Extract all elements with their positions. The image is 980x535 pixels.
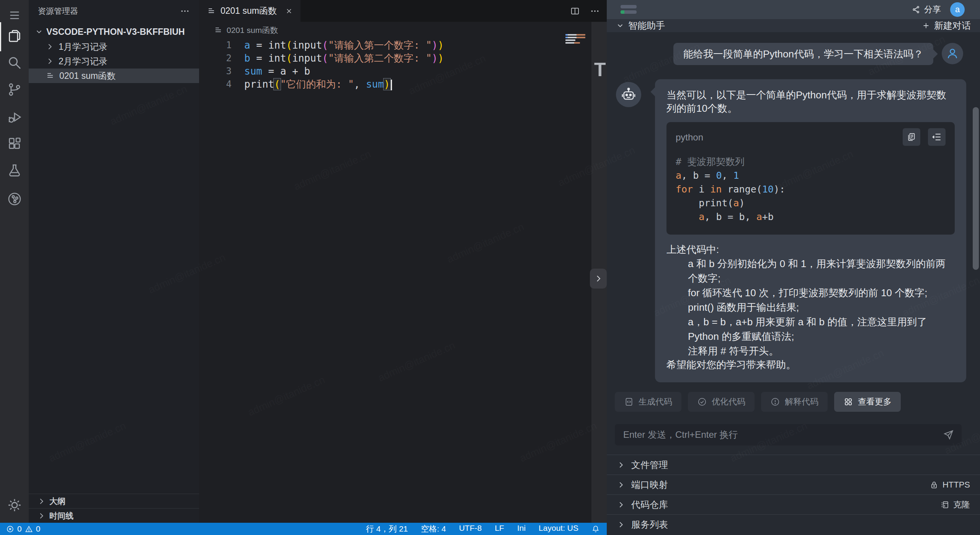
tab-0201-sum[interactable]: 0201 sum函数 [199,0,301,22]
tree-root-folder[interactable]: VSCODE-PYTHON-V3-BKFFBIUH [29,24,199,39]
section-action[interactable]: HTTPS [929,480,970,490]
file-list-icon [46,71,55,80]
plus-icon [922,21,930,30]
testing-icon[interactable] [0,160,29,181]
section-row[interactable]: 文件管理 [607,455,980,475]
close-icon[interactable] [285,7,293,15]
share-icon [912,5,920,14]
clone-icon [940,500,949,509]
assistant-message: 当然可以，以下是一个简单的Python代码，用于求解斐波那契数列的前10个数。 … [655,79,966,382]
quick-action-label: 解释代码 [785,396,818,408]
explorer-icon[interactable] [0,25,29,47]
sidebar-bottom-sections: 大纲时间线 [29,494,199,523]
section-row[interactable]: 服务列表 [607,514,980,534]
breadcrumb[interactable]: 0201 sum函数 [214,22,278,39]
robot-avatar [616,82,641,107]
check-circle-icon [697,397,707,407]
explain-item: a 和 b 分别初始化为 0 和 1，用来计算斐波那契数列的前两个数字; [666,256,955,285]
settings-gear-icon[interactable] [0,494,29,516]
app-root: admin@itanide.cnadmin@itanide.cnadmin@it… [0,0,980,535]
source-control-icon[interactable] [0,79,29,100]
assistant-outro: 希望能对您的学习带来帮助。 [666,358,955,372]
menu-icon[interactable] [0,5,29,26]
quick-action-button[interactable]: 生成代码 [615,392,681,412]
explain-item: 注释用 # 符号开头。 [666,344,955,358]
assistant-collapse[interactable]: 智能助手 [616,20,665,32]
search-icon[interactable] [0,52,29,73]
chevron-right-icon [617,461,625,469]
chat-input-bar [615,424,962,445]
file-tree: 1月学习记录2月学习记录0201 sum函数 [29,39,199,83]
avatar[interactable]: a [950,2,965,17]
chat-code-line: print(a) [676,196,946,210]
run-debug-icon[interactable] [0,106,29,128]
chat-code-line: a, b = 0, 1 [676,169,946,183]
quick-action-button[interactable]: 查看更多 [834,392,901,412]
code-line: 1a = int(input("请输入第一个数字: ")) [199,39,591,52]
lock-icon [929,480,939,489]
extensions-icon[interactable] [0,133,29,155]
send-button[interactable] [943,429,954,440]
panel-scrollbar[interactable] [973,107,979,270]
expand-panel-button[interactable] [590,269,607,289]
copy-icon [906,132,916,142]
remote-branch-icon[interactable] [0,188,29,210]
tree-item-label: 2月学习记录 [59,55,108,67]
chat-input[interactable] [622,429,943,440]
copy-code-button[interactable] [903,128,920,146]
text-cursor [391,80,392,90]
split-editor-icon[interactable] [570,6,580,16]
insert-code-button[interactable] [928,128,946,146]
chevron-right-icon [37,512,46,520]
code-line: 2b = int(input("请输入第二个数字: ")) [199,52,591,65]
panel-top-bar: 分享 a [607,0,980,19]
code-icon [624,397,634,407]
explorer-title: 资源管理器 [38,6,78,16]
problems-indicator[interactable]: 0 0 [0,524,40,533]
code-line: 4print("它们的和为: ", sum) [199,78,591,91]
sidebar-section-label: 时间线 [49,511,74,521]
explorer-more-icon[interactable] [180,6,190,16]
status-item[interactable]: Layout: US [539,524,578,534]
section-row[interactable]: 端口映射HTTPS [607,475,980,494]
paper-plane-icon [943,429,954,440]
editor-more-icon[interactable] [590,6,600,16]
code-text: print("它们的和为: ", sum) [244,78,392,91]
tree-item[interactable]: 2月学习记录 [29,54,199,69]
status-item[interactable]: Ini [517,524,526,534]
sidebar-section[interactable]: 时间线 [29,508,199,523]
line-number: 2 [199,52,244,65]
status-item[interactable]: 行 4，列 21 [366,524,408,534]
status-item[interactable]: UTF-8 [459,524,482,534]
insert-icon [932,132,942,142]
bell-icon[interactable] [591,525,600,533]
chat-code-line: # 斐波那契数列 [676,155,946,169]
tree-item[interactable]: 0201 sum函数 [29,69,199,83]
new-chat-button[interactable]: 新建对话 [922,20,971,32]
section-action[interactable]: 克隆 [940,499,970,511]
quick-action-label: 查看更多 [858,396,892,408]
scroll-handle: T [594,59,606,81]
share-button[interactable]: 分享 [912,0,941,19]
tree-item[interactable]: 1月学习记录 [29,39,199,54]
error-icon [6,525,14,533]
code-editor[interactable]: 1a = int(input("请输入第一个数字: "))2b = int(in… [199,39,591,91]
quick-action-button[interactable]: 解释代码 [761,392,828,412]
section-action-label: HTTPS [942,480,970,490]
editor-group: 0201 sum函数 0201 sum函数 1a = int(input("请输… [199,0,607,523]
tree-item-label: 0201 sum函数 [59,70,116,82]
quick-action-button[interactable]: 优化代码 [688,392,755,412]
section-row[interactable]: 代码仓库克隆 [607,494,980,514]
chat-code-line: for i in range(10): [676,183,946,196]
chevron-down-icon [616,21,624,30]
drag-handle-icon[interactable] [621,5,637,16]
chevron-right-icon [46,57,54,65]
status-item[interactable]: 空格: 4 [421,524,446,534]
status-item[interactable]: LF [495,524,504,534]
activity-bar [0,0,29,523]
assistant-panel: 分享 a 智能助手 新建对话 能给我一段简单的Python代码，学习一下相关语法… [607,0,980,535]
person-icon [946,47,959,60]
tree-item-label: 1月学习记录 [59,41,108,53]
chat-code-lines: # 斐波那契数列a, b = 0, 1for i in range(10): p… [676,155,946,224]
sidebar-section[interactable]: 大纲 [29,494,199,508]
